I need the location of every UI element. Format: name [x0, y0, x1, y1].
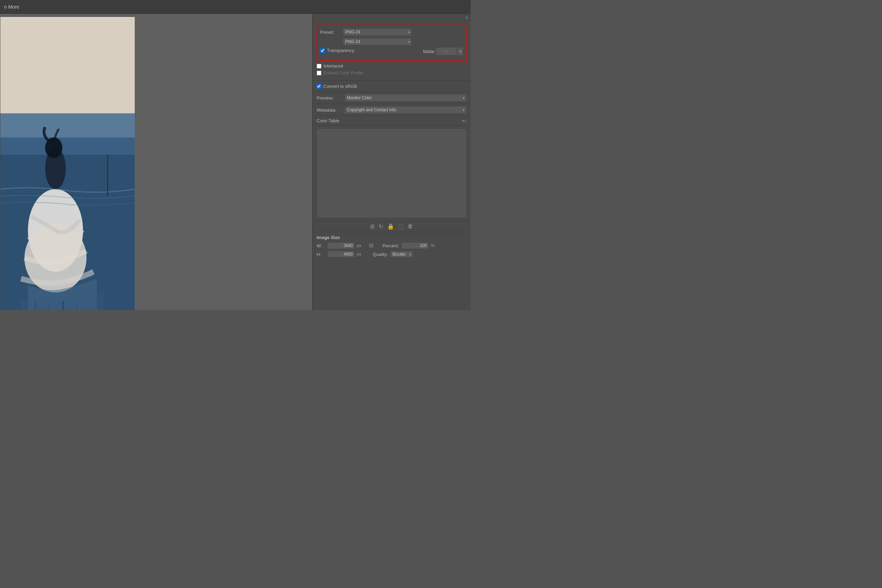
svg-rect-12	[76, 304, 77, 310]
embed-color-checkbox[interactable]	[316, 70, 321, 75]
matte-dropdown-btn[interactable]: ▾	[458, 48, 463, 55]
format-row: PNG-24	[320, 38, 463, 45]
percent-input[interactable]	[401, 242, 429, 249]
quality-section: Quality: Bicubic	[373, 251, 413, 258]
embed-color-label: Embed Color Profile	[324, 70, 363, 75]
width-input[interactable]	[327, 242, 355, 249]
height-label: H:	[316, 252, 325, 257]
matte-value: --	[445, 49, 448, 54]
color-table-icon-1[interactable]: ⊞	[370, 223, 375, 230]
metadata-select[interactable]: Copyright and Contact Info	[345, 106, 466, 114]
right-panel: ≡ Preset: PNG-24	[312, 14, 471, 310]
quality-select[interactable]: Bicubic	[390, 251, 413, 258]
settings-section: Preset: PNG-24 PNG-24	[312, 21, 471, 81]
width-row: W: px ⛓ Percent: %	[316, 242, 466, 249]
percent-section: Percent: %	[382, 242, 438, 249]
image-canvas	[0, 17, 135, 310]
color-table-icon-5[interactable]: 🗑	[408, 223, 413, 230]
format-select[interactable]: PNG-24	[343, 38, 412, 45]
preset-select[interactable]: PNG-24	[343, 28, 412, 36]
quality-select-wrapper: Bicubic	[390, 251, 413, 258]
height-unit: px	[357, 252, 364, 256]
metadata-row: Metadata: Copyright and Contact Info	[312, 104, 471, 116]
interlaced-row: Interlaced	[316, 63, 466, 69]
convert-srgb-row: Convert to sRGB	[312, 81, 471, 92]
preview-row: Preview: Monitor Color	[312, 92, 471, 104]
preset-label: Preset:	[320, 30, 341, 35]
canvas-area	[0, 14, 312, 310]
color-table-icon-4[interactable]: ⬚	[398, 223, 404, 230]
image-size-title: Image Size	[316, 235, 466, 240]
panel-header-icons: ≡	[312, 14, 471, 21]
color-table-icons: ▾≡	[462, 118, 466, 123]
svg-rect-0	[0, 17, 135, 120]
highlighted-box: Preset: PNG-24 PNG-24	[316, 25, 466, 61]
svg-rect-9	[35, 299, 36, 310]
convert-srgb-checkbox[interactable]	[316, 84, 321, 88]
svg-rect-11	[62, 301, 64, 310]
painting-svg	[0, 17, 135, 310]
height-row: H: px Quality: Bicubic	[316, 251, 466, 258]
preview-select-wrapper: Monitor Color	[345, 94, 466, 102]
color-table-icon-2[interactable]: ↻	[379, 223, 383, 230]
main-layout: ≡ Preset: PNG-24	[0, 14, 471, 310]
image-size-section: Image Size W: px ⛓ Percent: % H: px Q	[312, 232, 471, 262]
percent-label: Percent:	[382, 243, 399, 248]
transparency-row: Transparency Matte: -- ▾	[320, 48, 463, 55]
convert-srgb-label: Convert to sRGB	[323, 84, 357, 89]
canvas-container	[0, 16, 134, 310]
color-table-body	[316, 129, 466, 218]
percent-unit: %	[430, 243, 438, 248]
link-icon: ⛓	[369, 243, 374, 248]
panel-menu-icon[interactable]: ≡	[465, 15, 468, 20]
matte-box: --	[436, 48, 457, 55]
svg-rect-8	[107, 154, 108, 196]
color-table-actions: ⊞ ↻ 🔒 ⬚ 🗑	[312, 221, 471, 232]
interlaced-label: Interlaced	[324, 63, 343, 69]
format-select-wrapper: PNG-24	[343, 38, 412, 45]
width-unit: px	[357, 243, 364, 248]
top-bar-title: n More	[4, 4, 19, 10]
transparency-label: Transparency	[327, 48, 354, 53]
color-table-header: Color Table ▾≡	[312, 116, 471, 126]
metadata-select-wrapper: Copyright and Contact Info	[345, 106, 466, 114]
preset-row: Preset: PNG-24	[320, 28, 463, 36]
transparency-checkbox-row: Transparency	[320, 48, 354, 53]
transparency-checkbox[interactable]	[320, 48, 325, 53]
color-table-title: Color Table	[316, 118, 339, 123]
preset-select-wrapper: PNG-24	[343, 28, 412, 36]
color-table-icon-3[interactable]: 🔒	[387, 223, 394, 230]
svg-rect-10	[49, 303, 50, 310]
color-table-menu-icon[interactable]: ▾≡	[462, 118, 466, 123]
top-bar: n More	[0, 0, 471, 14]
metadata-label: Metadata:	[316, 108, 342, 112]
matte-label: Matte:	[423, 49, 435, 54]
embed-color-row: Embed Color Profile	[316, 70, 466, 75]
matte-wrapper: Matte: -- ▾	[423, 48, 463, 55]
quality-label: Quality:	[373, 252, 388, 257]
preview-label: Preview:	[316, 95, 342, 100]
height-input[interactable]	[327, 251, 355, 258]
interlaced-checkbox[interactable]	[316, 64, 321, 69]
width-label: W:	[316, 243, 325, 248]
preview-select[interactable]: Monitor Color	[345, 94, 466, 102]
